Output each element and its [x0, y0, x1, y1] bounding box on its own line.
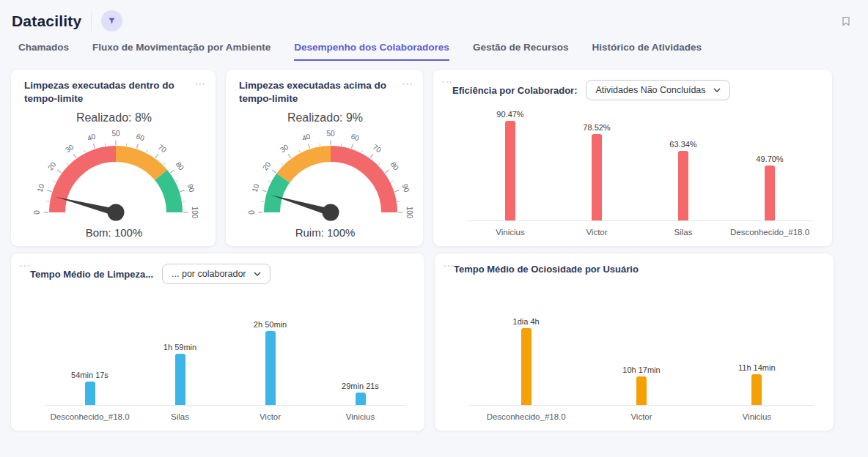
idle-time-bar-chart: 1dia 4h10h 17min11h 14minDesconhecido_#1…: [435, 296, 834, 421]
bar-silas[interactable]: [175, 354, 185, 405]
gauge-tick: [126, 144, 127, 146]
app-header: Datacility: [0, 0, 868, 32]
gauge-tick: [66, 163, 67, 165]
gauge-chart-acima: 0102030405060708090100: [239, 126, 411, 228]
bookmark-icon: [840, 15, 852, 27]
card-tempo-medio-limpeza: ⋯ Tempo Médio de Limpeza... ... por cola…: [10, 253, 425, 431]
efficiency-bar-chart: 90.47%78.52%63.34%49.70%ViniciusVictorSi…: [433, 111, 832, 237]
card-menu-button[interactable]: ⋯: [443, 260, 455, 271]
cards-area: ⋯ Limpezas executadas dentro do tempo-li…: [10, 69, 868, 431]
gauge-svg: 0102030405060708090100: [24, 126, 207, 228]
gauge-footer-label: Bom: 100%: [24, 226, 204, 239]
gauge-tick-label: 20: [261, 160, 273, 172]
card-menu-button[interactable]: ⋯: [441, 76, 453, 87]
dashboard-page: Datacility ChamadosFluxo de Movimentação…: [0, 0, 868, 457]
card-title: Tempo Médio de Ociosidade por Usuário: [454, 264, 639, 275]
bar-vinicius[interactable]: [751, 374, 762, 405]
gauge-tick: [47, 201, 49, 202]
card-title: Eficiência por Colaborador:: [452, 85, 577, 96]
bar-vinicius[interactable]: [505, 121, 515, 220]
bar-victor[interactable]: [592, 134, 602, 220]
avg-cleaning-dropdown[interactable]: ... por colaborador: [162, 264, 270, 284]
bar-value-label: 1h 59min: [163, 343, 196, 352]
gauge-tick-label: 80: [174, 160, 186, 172]
chart-column: 63.34%: [640, 140, 727, 220]
card-title: Limpezas executadas acima do tempo-limit…: [239, 79, 409, 105]
chart-plot-area: 1dia 4h10h 17min11h 14min: [468, 296, 814, 406]
bar-value-label: 49.70%: [756, 155, 783, 163]
bar-category-label: Silas: [135, 412, 225, 421]
tab-desempenho-dos-colaboradores[interactable]: Desempenho dos Colaboradores: [294, 42, 449, 61]
gauge-tick-label: 10: [35, 183, 45, 193]
bookmark-button[interactable]: [840, 15, 852, 27]
gauge-tick-label: 20: [46, 160, 58, 172]
card-title: Tempo Médio de Limpeza...: [30, 269, 153, 280]
chart-category-axis: ViniciusVictorSilasDesconhecido_#18.0: [467, 221, 813, 237]
chart-column: 78.52%: [553, 123, 640, 220]
card-menu-button[interactable]: ⋯: [19, 260, 31, 271]
gauge-tick: [262, 201, 264, 202]
bar-desconhecido-18-0[interactable]: [765, 166, 775, 220]
ellipsis-icon: ⋯: [443, 259, 455, 272]
gauge-tick: [262, 190, 266, 192]
bar-victor[interactable]: [636, 376, 647, 405]
gauge-tick: [57, 171, 61, 174]
bar-desconhecido-18-0[interactable]: [85, 382, 95, 405]
gauge-tick: [370, 155, 373, 158]
gauge-segment: [331, 154, 389, 212]
gauge-realizado-label: Realizado: 9%: [239, 111, 411, 125]
bar-value-label: 63.34%: [669, 140, 696, 149]
bar-value-label: 1dia 4h: [513, 317, 540, 326]
bar-silas[interactable]: [678, 151, 688, 220]
gauge-tick-label: 100: [405, 207, 413, 219]
bar-value-label: 29min 21s: [342, 382, 379, 390]
gauge-svg: 0102030405060708090100: [239, 126, 422, 228]
bar-category-label: Desconhecido_#18.0: [727, 228, 813, 237]
gauge-tick-label: 70: [372, 143, 383, 155]
card-menu-button[interactable]: ⋯: [402, 78, 413, 89]
gauge-tick: [54, 181, 56, 182]
bar-vinicius[interactable]: [356, 393, 366, 405]
chevron-down-icon: [254, 272, 261, 276]
tab-fluxo-de-movimentacao-por-ambiente[interactable]: Fluxo de Movimentação por Ambiente: [92, 42, 271, 61]
tab-gestao-de-recursos[interactable]: Gestão de Recursos: [473, 42, 569, 61]
gauge-footer-label: Ruim: 100%: [239, 226, 411, 239]
gauge-chart-dentro: 0102030405060708090100: [24, 126, 204, 228]
gauge-tick: [84, 150, 86, 152]
app-title: Datacility: [12, 12, 81, 30]
gauge-tick-label: 70: [157, 143, 169, 155]
gauge-tick: [385, 171, 389, 174]
gauge-tick-label: 30: [279, 143, 290, 155]
chart-column: 90.47%: [467, 110, 553, 220]
gauge-tick: [309, 144, 310, 149]
gauge-tick-label: 50: [111, 130, 120, 138]
gauge-tick: [341, 144, 342, 146]
avg-cleaning-bar-chart: 54min 17s1h 59min2h 50min29min 21sDescon…: [11, 296, 424, 421]
gauge-tick: [361, 150, 363, 152]
filter-button[interactable]: [101, 10, 122, 31]
gauge-tick-label: 0: [248, 210, 256, 215]
gauge-tick: [394, 190, 399, 192]
bar-value-label: 54min 17s: [71, 371, 108, 379]
gauge-tick-label: 50: [326, 130, 335, 138]
gauge-segment: [272, 178, 283, 212]
bar-desconhecido-18-0[interactable]: [521, 328, 532, 405]
bar-value-label: 90.47%: [496, 110, 523, 119]
gauge-tick: [180, 190, 184, 192]
ellipsis-icon: ⋯: [19, 259, 31, 272]
gauge-tick: [147, 150, 148, 152]
gauge-tick: [176, 181, 178, 182]
chart-column: 54min 17s: [45, 371, 135, 405]
bar-category-label: Desconhecido_#18.0: [468, 412, 584, 421]
bar-value-label: 2h 50min: [254, 320, 287, 329]
gauge-tick: [299, 150, 301, 152]
tab-chamados[interactable]: Chamados: [18, 42, 69, 61]
card-tempo-medio-ociosidade: ⋯ Tempo Médio de Ociosidade por Usuário …: [434, 253, 834, 431]
efficiency-dropdown[interactable]: Atividades Não Concluídas: [586, 80, 729, 100]
gauge-tick-label: 40: [301, 133, 312, 143]
card-menu-button[interactable]: ⋯: [194, 78, 206, 89]
tab-historico-de-atividades[interactable]: Histórico de Atividades: [592, 42, 702, 61]
gauge-tick-label: 100: [191, 207, 199, 219]
bar-victor[interactable]: [265, 331, 276, 405]
gauge-tick-label: 90: [186, 183, 196, 193]
